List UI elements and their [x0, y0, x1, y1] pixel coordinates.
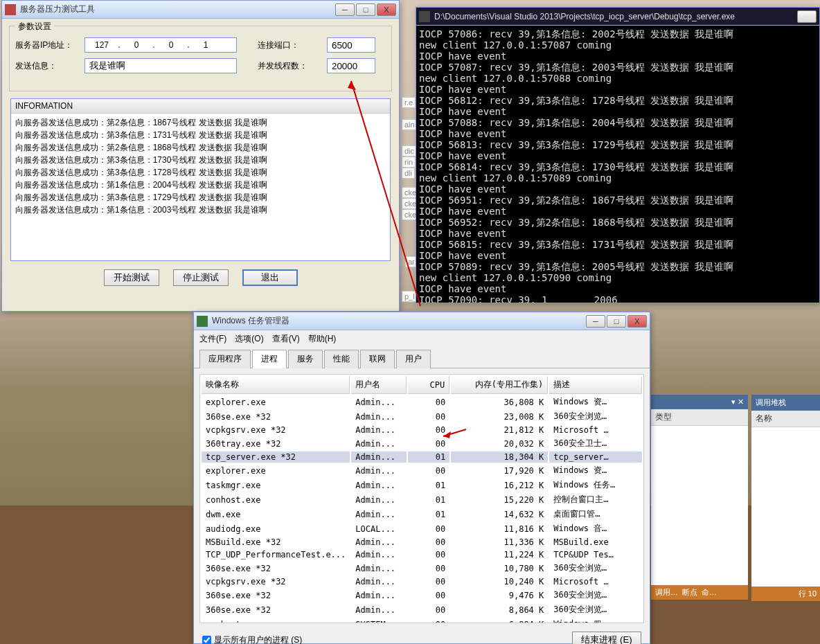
col-image[interactable]: 映像名称: [202, 376, 350, 394]
code-fragment: dic: [402, 145, 417, 156]
pin-icon[interactable]: ▾ ✕: [731, 397, 744, 406]
app-icon: [5, 4, 16, 15]
show-all-check[interactable]: [202, 636, 211, 645]
console-title: D:\Documents\Visual Studio 2013\Projects…: [434, 12, 797, 21]
port-input[interactable]: [327, 37, 375, 53]
table-row[interactable]: conhost.exeAdmin...0115,220 K控制台窗口主…: [202, 493, 642, 506]
taskmgr-title: Windows 任务管理器: [212, 315, 586, 327]
info-line: 向服务器发送信息成功：第2条信息：1868号线程 发送数据 我是谁啊: [15, 141, 386, 154]
col-mem[interactable]: 内存(专用工作集): [451, 376, 548, 394]
start-button[interactable]: 开始测试: [104, 269, 159, 286]
vs-col-header[interactable]: 类型: [651, 409, 748, 426]
vs-panel-body[interactable]: [751, 427, 820, 587]
vs-col-header[interactable]: 名称: [751, 411, 820, 427]
info-line: 向服务器发送信息成功：第3条信息：1728号线程 发送数据 我是谁啊: [15, 166, 386, 179]
table-row[interactable]: explorer.exeAdmin...0036,808 KWindows 资…: [202, 395, 642, 409]
ip-octet[interactable]: 0: [123, 40, 150, 50]
table-row[interactable]: svchost.exeSYSTEM006,884 KWindows 服…: [202, 618, 642, 623]
console-output[interactable]: IOCP 57086: recv 39,第1条信息: 2002号线程 发送数据 …: [416, 26, 819, 303]
server-ip-input[interactable]: 127. 0. 0. 1: [84, 37, 237, 53]
table-row[interactable]: TCP_UDP_PerformanceTest.e...Admin...0011…: [202, 549, 642, 560]
show-all-checkbox[interactable]: 显示所有用户的进程 (S): [202, 634, 302, 645]
minimize-button[interactable]: ─: [335, 3, 355, 16]
vs-footer-tab[interactable]: 断点: [682, 588, 697, 596]
vs-panel-titlebar[interactable]: ▾ ✕: [651, 395, 748, 409]
titlebar[interactable]: Windows 任务管理器 ─ □ X: [194, 312, 650, 330]
params-group: 参数设置 服务器IP地址： 127. 0. 0. 1 连接端口： 发送信息： 并…: [9, 26, 392, 91]
vs-footer-tabs[interactable]: 调用…断点命…: [651, 585, 748, 600]
tab-3[interactable]: 性能: [324, 350, 359, 368]
titlebar[interactable]: D:\Documents\Visual Studio 2013\Projects…: [416, 8, 819, 26]
info-lines: 向服务器发送信息成功：第2条信息：1867号线程 发送数据 我是谁啊向服务器发送…: [11, 114, 390, 219]
minimize-button[interactable]: ─: [797, 10, 817, 23]
table-row[interactable]: 360se.exe *32Admin...0010,780 K360安全浏览…: [202, 562, 642, 575]
maximize-button[interactable]: □: [607, 315, 626, 328]
code-fragment: r.e: [402, 97, 416, 108]
menubar: 文件(F)选项(O)查看(V)帮助(H): [194, 330, 650, 348]
vs-footer-tab[interactable]: 调用…: [655, 588, 678, 596]
col-desc[interactable]: 描述: [549, 376, 642, 394]
menu-item[interactable]: 查看(V): [272, 334, 300, 343]
close-button[interactable]: X: [377, 3, 396, 16]
threads-input[interactable]: [327, 58, 375, 73]
col-user[interactable]: 用户名: [351, 376, 407, 394]
vs-panel-titlebar[interactable]: 调用堆栈: [751, 395, 820, 411]
vs-panel-title: 调用堆栈: [756, 397, 786, 408]
info-line: 向服务器发送信息成功：第2条信息：1867号线程 发送数据 我是谁啊: [15, 116, 386, 129]
table-row[interactable]: 360se.exe *32Admin...0023,008 K360安全浏览…: [202, 410, 642, 423]
info-header: INFORMATION: [11, 99, 390, 114]
ip-octet[interactable]: 0: [157, 40, 185, 50]
tabs: 应用程序进程服务性能联网用户: [194, 349, 650, 368]
tab-5[interactable]: 用户: [396, 350, 431, 368]
tab-4[interactable]: 联网: [360, 350, 395, 368]
table-row[interactable]: vcpkgsrv.exe *32Admin...0010,240 KMicros…: [202, 576, 642, 587]
table-row[interactable]: 360se.exe *32Admin...009,476 K360安全浏览…: [202, 589, 642, 602]
ip-octet[interactable]: 127: [88, 40, 116, 50]
col-cpu[interactable]: CPU: [408, 376, 449, 394]
info-line: 向服务器发送信息成功：第3条信息：1731号线程 发送数据 我是谁啊: [15, 129, 386, 141]
vs-status-line: 行 10: [751, 587, 820, 601]
code-fragment: rin: [402, 156, 416, 168]
process-list[interactable]: 映像名称 用户名 CPU 内存(专用工作集) 描述 explorer.exeAd…: [199, 374, 644, 623]
table-row[interactable]: taskmgr.exeAdmin...0116,212 KWindows 任务…: [202, 478, 642, 492]
table-row[interactable]: explorer.exeAdmin...0017,920 KWindows 资…: [202, 464, 642, 477]
table-row[interactable]: tcp_server.exe *32Admin...0118,304 Ktcp_…: [202, 451, 642, 463]
table-row[interactable]: vcpkgsrv.exe *32Admin...0021,812 KMicros…: [202, 424, 642, 436]
console-window: D:\Documents\Visual Studio 2013\Projects…: [416, 7, 820, 303]
server-ip-label: 服务器IP地址：: [15, 39, 78, 51]
table-row[interactable]: dwm.exeAdmin...0114,632 K桌面窗口管…: [202, 508, 642, 521]
ip-octet[interactable]: 1: [192, 40, 220, 50]
exit-button[interactable]: 退出: [242, 269, 298, 286]
vs-panel-body[interactable]: [651, 426, 748, 585]
menu-item[interactable]: 帮助(H): [308, 334, 337, 343]
menu-item[interactable]: 选项(O): [235, 334, 263, 343]
menu-item[interactable]: 文件(F): [199, 334, 226, 343]
maximize-button[interactable]: □: [356, 3, 375, 16]
table-row[interactable]: audiodg.exeLOCAL...0011,816 KWindows 音…: [202, 522, 642, 535]
tab-1[interactable]: 进程: [252, 350, 287, 368]
threads-label: 并发线程数：: [258, 60, 320, 72]
vs-footer-tab[interactable]: 命…: [702, 588, 717, 596]
stop-button[interactable]: 停止测试: [173, 269, 229, 286]
close-button[interactable]: X: [627, 315, 647, 328]
table-row[interactable]: MSBuild.exe *32Admin...0011,336 KMSBuild…: [202, 537, 642, 548]
table-row[interactable]: 360tray.exe *32Admin...0020,032 K360安全卫士…: [202, 437, 642, 450]
show-all-label: 显示所有用户的进程 (S): [214, 634, 302, 645]
port-label: 连接端口：: [258, 39, 320, 51]
tab-0[interactable]: 应用程序: [199, 350, 251, 368]
taskmgr-icon: [197, 316, 208, 327]
group-title: 参数设置: [15, 21, 54, 33]
send-info-input[interactable]: [84, 58, 237, 73]
tab-2[interactable]: 服务: [288, 350, 323, 368]
console-icon: [419, 11, 430, 22]
vs-panel-types: ▾ ✕ 类型 调用…断点命…: [651, 395, 748, 596]
table-row[interactable]: 360se.exe *32Admin...008,864 K360安全浏览…: [202, 603, 642, 616]
window-title: 服务器压力测试工具: [20, 3, 335, 15]
minimize-button[interactable]: ─: [586, 315, 605, 328]
info-line: 向服务器发送信息成功：第1条信息：2004号线程 发送数据 我是谁啊: [15, 179, 386, 191]
end-process-button[interactable]: 结束进程 (E): [572, 632, 641, 644]
stress-test-window: 服务器压力测试工具 ─ □ X 参数设置 服务器IP地址： 127. 0. 0.…: [1, 0, 400, 312]
titlebar[interactable]: 服务器压力测试工具 ─ □ X: [2, 1, 399, 19]
info-listbox[interactable]: INFORMATION 向服务器发送信息成功：第2条信息：1867号线程 发送数…: [10, 98, 391, 261]
task-manager-window: Windows 任务管理器 ─ □ X 文件(F)选项(O)查看(V)帮助(H)…: [193, 312, 650, 644]
